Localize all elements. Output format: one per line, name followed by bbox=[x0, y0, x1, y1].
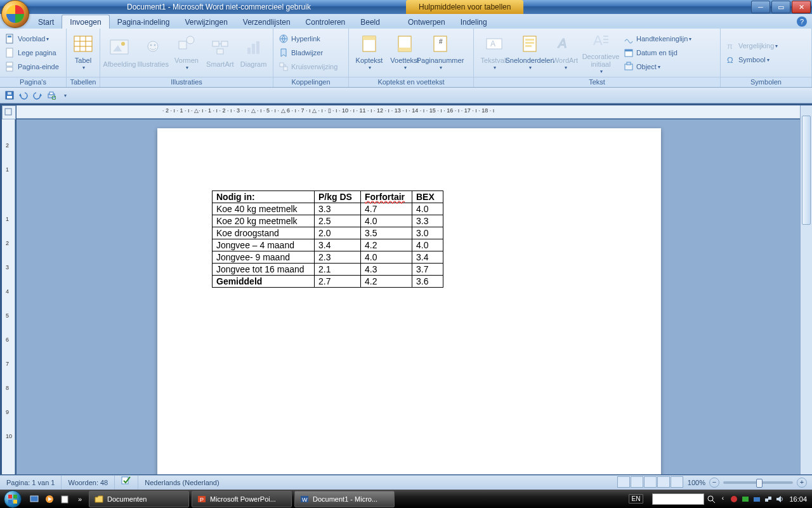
table-header[interactable]: P/kg DS bbox=[315, 191, 361, 203]
kruisverwijzing-button[interactable]: Kruisverwijzing bbox=[276, 60, 340, 74]
table-cell[interactable]: 3.7 bbox=[412, 264, 443, 276]
tray-icon-1[interactable] bbox=[730, 495, 738, 504]
hyperlink-button[interactable]: Hyperlink bbox=[276, 32, 340, 46]
tab-start[interactable]: Start bbox=[30, 15, 62, 29]
status-words[interactable]: Woorden: 48 bbox=[62, 476, 115, 490]
table-cell[interactable]: 3.3 bbox=[315, 203, 361, 215]
table-cell[interactable]: 3.6 bbox=[412, 276, 443, 288]
minimize-button[interactable]: ─ bbox=[751, 1, 770, 13]
tab-verzendlijsten[interactable]: Verzendlijsten bbox=[235, 15, 298, 29]
tab-invoegen[interactable]: Invoegen bbox=[62, 15, 109, 29]
tab-verwijzingen[interactable]: Verwijzingen bbox=[177, 15, 235, 29]
table-cell[interactable]: 2.7 bbox=[315, 276, 361, 288]
table-cell[interactable]: 3.3 bbox=[412, 215, 443, 227]
table-cell[interactable]: 2.5 bbox=[315, 215, 361, 227]
vertical-scrollbar[interactable] bbox=[800, 105, 812, 474]
table-cell[interactable]: 2.3 bbox=[315, 251, 361, 264]
vergelijking-button[interactable]: πVergelijking▾ bbox=[723, 39, 780, 53]
desktop-search-input[interactable] bbox=[652, 493, 704, 505]
status-page[interactable]: Pagina: 1 van 1 bbox=[0, 476, 62, 490]
document-area[interactable]: Nodig in: P/kg DS Forfortair BEX Koe 40 … bbox=[16, 119, 801, 474]
table-cell[interactable]: 4.2 bbox=[361, 276, 412, 288]
tab-controleren[interactable]: Controleren bbox=[298, 15, 353, 29]
table-cell[interactable]: Jongvee- 9 maand bbox=[213, 251, 315, 264]
koptekst-button[interactable]: Koptekst▾ bbox=[351, 30, 387, 76]
diagram-button[interactable]: Diagram bbox=[237, 30, 270, 76]
table-cell[interactable]: 4.3 bbox=[361, 264, 412, 276]
table-header[interactable]: BEX bbox=[412, 191, 443, 203]
tray-icon-3[interactable] bbox=[752, 495, 761, 504]
print-preview-button[interactable] bbox=[46, 90, 57, 101]
bladwijzer-button[interactable]: Bladwijzer bbox=[276, 46, 340, 60]
table-header[interactable]: Nodig in: bbox=[213, 191, 315, 203]
tab-ontwerpen[interactable]: Ontwerpen bbox=[400, 15, 453, 29]
save-button[interactable] bbox=[4, 90, 15, 101]
table-cell[interactable]: 4.0 bbox=[361, 215, 412, 227]
clock[interactable]: 16:04 bbox=[789, 495, 807, 503]
ql-more[interactable]: » bbox=[74, 493, 86, 505]
table-cell[interactable]: 4.2 bbox=[361, 239, 412, 251]
tabel-button[interactable]: Tabel▾ bbox=[69, 30, 97, 76]
table-cell[interactable]: 4.0 bbox=[361, 251, 412, 264]
taskbar-item-powerpoint[interactable]: PMicrosoft PowerPoi... bbox=[192, 491, 292, 507]
tray-icon-2[interactable] bbox=[741, 495, 750, 504]
table-cell[interactable]: 2.0 bbox=[315, 227, 361, 239]
wordart-button[interactable]: AWordArt▾ bbox=[547, 30, 583, 76]
table-cell[interactable]: 3.5 bbox=[361, 227, 412, 239]
ql-show-desktop[interactable] bbox=[28, 493, 41, 505]
search-icon[interactable] bbox=[707, 495, 716, 504]
table-cell[interactable]: 3.4 bbox=[315, 239, 361, 251]
voorblad-button[interactable]: Voorblad▾ bbox=[3, 32, 62, 46]
smartart-button[interactable]: SmartArt bbox=[203, 30, 237, 76]
tray-volume-icon[interactable] bbox=[775, 495, 784, 504]
tab-beeld[interactable]: Beeld bbox=[353, 15, 388, 29]
start-button[interactable] bbox=[0, 490, 25, 508]
tray-network-icon[interactable] bbox=[764, 495, 773, 504]
ql-explorer[interactable] bbox=[58, 493, 71, 505]
taskbar-item-word[interactable]: WDocument1 - Micro... bbox=[294, 491, 395, 507]
document-table[interactable]: Nodig in: P/kg DS Forfortair BEX Koe 40 … bbox=[212, 190, 443, 288]
afbeelding-button[interactable]: Afbeelding bbox=[103, 30, 136, 76]
vormen-button[interactable]: Vormen▾ bbox=[170, 30, 204, 76]
qat-customize-button[interactable]: ▾ bbox=[60, 90, 71, 101]
help-button[interactable]: ? bbox=[797, 17, 807, 27]
page[interactable]: Nodig in: P/kg DS Forfortair BEX Koe 40 … bbox=[157, 128, 661, 474]
table-cell[interactable]: Koe 40 kg meetmelk bbox=[213, 203, 315, 215]
table-cell[interactable]: 2.1 bbox=[315, 264, 361, 276]
tab-indeling[interactable]: Indeling bbox=[453, 15, 495, 29]
view-buttons[interactable] bbox=[617, 476, 684, 489]
table-cell[interactable]: 3.0 bbox=[412, 227, 443, 239]
zoom-slider[interactable] bbox=[723, 481, 793, 484]
decoratieve-initiaal-button[interactable]: ADecoratieve initiaal▾ bbox=[583, 30, 619, 76]
input-language[interactable]: EN bbox=[629, 494, 644, 504]
vertical-ruler[interactable]: 21 12 34 56 78 910 bbox=[2, 119, 15, 474]
maximize-button[interactable]: ▭ bbox=[771, 1, 790, 13]
paginanummer-button[interactable]: #Paginanummer▾ bbox=[422, 30, 458, 76]
tab-pagina-indeling[interactable]: Pagina-indeling bbox=[110, 15, 178, 29]
object-button[interactable]: Object▾ bbox=[621, 60, 694, 74]
tray-expand-icon[interactable]: ‹ bbox=[718, 495, 727, 504]
ql-media-player[interactable] bbox=[43, 493, 56, 505]
table-cell[interactable]: 4.7 bbox=[361, 203, 412, 215]
lege-pagina-button[interactable]: Lege pagina bbox=[3, 46, 62, 60]
office-button[interactable] bbox=[1, 0, 29, 28]
status-language[interactable]: Nederlands (Nederland) bbox=[138, 476, 225, 490]
tekstvak-button[interactable]: ATekstvak▾ bbox=[476, 30, 512, 76]
datum-tijd-button[interactable]: Datum en tijd bbox=[621, 46, 694, 60]
horizontal-ruler[interactable]: · 2 · ı · 1 · ı · △· ı · 1 · ı · 2 · ı ·… bbox=[16, 105, 801, 119]
illustraties-button[interactable]: Illustraties bbox=[136, 30, 170, 76]
table-cell[interactable]: 3.4 bbox=[412, 251, 443, 264]
table-cell[interactable]: 4.0 bbox=[412, 203, 443, 215]
table-cell[interactable]: Gemiddeld bbox=[213, 276, 315, 288]
status-proofing[interactable] bbox=[115, 476, 138, 490]
table-header[interactable]: Forfortair bbox=[361, 191, 412, 203]
close-button[interactable]: ✕ bbox=[792, 1, 811, 13]
zoom-out-button[interactable]: − bbox=[709, 478, 719, 488]
zoom-in-button[interactable]: + bbox=[797, 478, 807, 488]
voettekst-button[interactable]: Voettekst▾ bbox=[387, 30, 422, 76]
table-cell[interactable]: 4.0 bbox=[412, 239, 443, 251]
table-cell[interactable]: Jongvee – 4 maand bbox=[213, 239, 315, 251]
redo-button[interactable] bbox=[32, 90, 43, 101]
handtekeninglijn-button[interactable]: Handtekeninglijn▾ bbox=[621, 32, 694, 46]
zoom-level[interactable]: 100% bbox=[684, 479, 709, 486]
